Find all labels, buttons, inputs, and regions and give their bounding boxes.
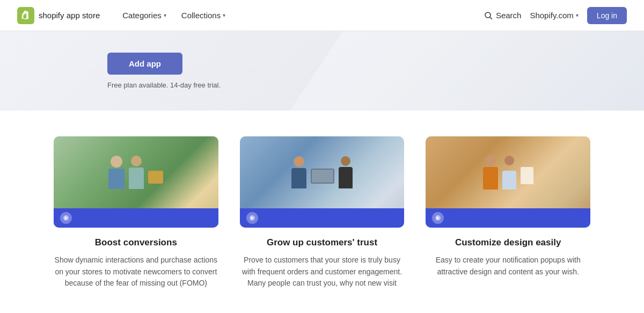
- laptop-element: [311, 169, 334, 184]
- hero-banner: Add app Free plan available. 14-day free…: [0, 31, 644, 111]
- person-figure-6: [502, 156, 516, 190]
- person-head-6: [504, 156, 514, 165]
- navbar: shopify app store Categories ▾ Collectio…: [0, 0, 644, 31]
- login-button[interactable]: Log in: [587, 7, 627, 24]
- collections-nav-item[interactable]: Collections ▾: [174, 0, 233, 31]
- card-image-figures-1: [54, 136, 218, 208]
- person-body-4: [339, 167, 353, 188]
- person-figure-3: [291, 156, 306, 188]
- logo-link[interactable]: shopify app store: [17, 7, 100, 24]
- categories-label: Categories: [122, 11, 162, 20]
- card-customize-design: Customize design easily Easy to create y…: [426, 136, 590, 289]
- card-image-1: [54, 136, 218, 228]
- card-image-2: [240, 136, 405, 228]
- search-icon: [484, 11, 493, 20]
- shopify-com-link[interactable]: Shopify.com ▾: [530, 11, 578, 20]
- nav-links: Categories ▾ Collections ▾: [115, 0, 484, 31]
- person-figure-2: [129, 156, 144, 189]
- person-head-1: [111, 156, 122, 168]
- brand-logo-icon-1: [63, 215, 69, 221]
- collections-label: Collections: [181, 11, 221, 20]
- person-body-5: [483, 167, 498, 190]
- search-button[interactable]: Search: [484, 11, 522, 20]
- card-brand-icon-2: [246, 212, 258, 224]
- card-desc-2: Prove to customers that your store is tr…: [240, 254, 405, 289]
- shopify-logo-icon: [17, 7, 34, 24]
- card-desc-1: Show dynamic interactions and purchase a…: [54, 254, 218, 289]
- person-figure-1: [108, 156, 125, 189]
- card-title-3: Customize design easily: [455, 237, 561, 248]
- brand-logo-icon-2: [249, 215, 255, 221]
- card-boost-conversions: Boost conversions Show dynamic interacti…: [54, 136, 218, 289]
- person-figure-5: [483, 155, 498, 190]
- card-title-2: Grow up customers' trust: [267, 237, 377, 248]
- card-image-bar-1: [54, 208, 218, 228]
- categories-chevron-icon: ▾: [164, 12, 166, 18]
- card-title-1: Boost conversions: [95, 237, 177, 248]
- person-head-2: [131, 156, 142, 166]
- person-body-1: [108, 169, 125, 189]
- card-image-figures-3: [426, 136, 590, 208]
- free-plan-text: Free plan available. 14-day free trial.: [107, 81, 221, 89]
- main-content: Boost conversions Show dynamic interacti…: [0, 111, 644, 313]
- basket-element: [148, 171, 163, 184]
- shopify-com-label: Shopify.com: [530, 11, 573, 20]
- person-body-6: [502, 171, 516, 190]
- person-head-4: [341, 156, 350, 166]
- search-label: Search: [496, 11, 522, 20]
- logo-text: shopify app store: [39, 11, 100, 20]
- card-grow-trust: Grow up customers' trust Prove to custom…: [240, 136, 405, 289]
- hero-content: Add app Free plan available. 14-day free…: [107, 53, 221, 89]
- person-head-5: [485, 155, 496, 166]
- svg-rect-0: [17, 7, 34, 24]
- card-image-bar-2: [240, 208, 405, 228]
- svg-line-2: [490, 17, 492, 19]
- card-image-figures-2: [240, 136, 405, 208]
- person-head-3: [294, 156, 304, 167]
- document-element: [521, 167, 533, 184]
- card-brand-icon-1: [60, 212, 72, 224]
- card-image-bar-3: [426, 208, 590, 228]
- categories-nav-item[interactable]: Categories ▾: [115, 0, 174, 31]
- person-body-2: [129, 168, 144, 189]
- card-image-3: [426, 136, 590, 228]
- collections-chevron-icon: ▾: [223, 12, 225, 18]
- nav-right: Search Shopify.com ▾ Log in: [484, 7, 627, 24]
- card-desc-3: Easy to create your notification popups …: [426, 254, 590, 278]
- cards-row: Boost conversions Show dynamic interacti…: [54, 136, 590, 289]
- brand-logo-icon-3: [435, 215, 441, 221]
- add-app-button[interactable]: Add app: [107, 53, 182, 75]
- person-body-3: [291, 168, 306, 188]
- person-figure-4: [339, 156, 353, 188]
- card-brand-icon-3: [432, 212, 444, 224]
- shopify-com-chevron-icon: ▾: [576, 12, 579, 18]
